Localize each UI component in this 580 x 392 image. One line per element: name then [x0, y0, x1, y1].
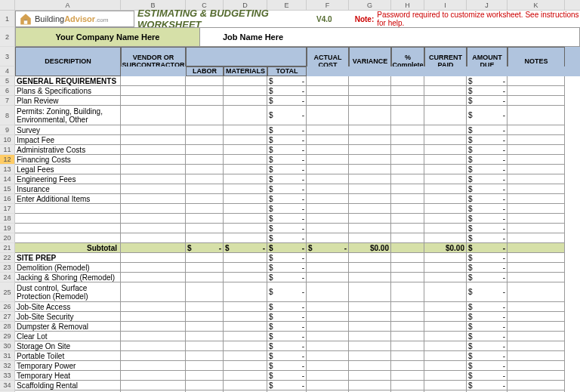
row-number[interactable]: 17 — [0, 204, 15, 214]
cell[interactable] — [349, 341, 391, 351]
money-cell[interactable]: $- — [186, 243, 224, 253]
money-cell[interactable]: $- — [467, 332, 508, 341]
cell[interactable] — [307, 302, 349, 312]
cell[interactable] — [121, 361, 186, 371]
job-name-cell[interactable]: Job Name Here — [200, 27, 580, 47]
cell[interactable] — [349, 351, 391, 361]
cell[interactable] — [391, 322, 424, 332]
cell[interactable] — [508, 224, 565, 233]
cell[interactable] — [349, 76, 391, 86]
cell[interactable] — [391, 371, 424, 381]
row-number[interactable]: 34 — [0, 381, 15, 390]
row-number[interactable]: 26 — [0, 302, 15, 312]
cell[interactable] — [307, 332, 349, 341]
cell[interactable] — [186, 106, 224, 125]
cell[interactable] — [391, 174, 424, 184]
cell[interactable] — [186, 86, 224, 96]
cell[interactable] — [349, 155, 391, 165]
cell[interactable] — [424, 125, 467, 135]
money-cell[interactable]: $- — [467, 106, 508, 125]
cell[interactable] — [121, 371, 186, 381]
cell[interactable] — [307, 96, 349, 106]
cell[interactable] — [349, 381, 391, 390]
cell[interactable] — [121, 174, 186, 184]
description-cell[interactable]: Clear Lot — [15, 332, 121, 341]
cell[interactable] — [508, 322, 565, 332]
cell[interactable] — [349, 214, 391, 224]
cell[interactable] — [391, 76, 424, 86]
cell[interactable] — [391, 194, 424, 204]
description-cell[interactable]: Impact Fee — [15, 135, 121, 145]
cell[interactable] — [424, 224, 467, 233]
cell[interactable] — [349, 194, 391, 204]
cell[interactable] — [391, 361, 424, 371]
cell[interactable] — [121, 224, 186, 233]
cell[interactable] — [307, 145, 349, 155]
description-cell[interactable]: Jacking & Shoring (Remodel) — [15, 273, 121, 282]
cell[interactable] — [186, 155, 224, 165]
cell[interactable] — [424, 371, 467, 381]
cell[interactable] — [186, 263, 224, 273]
cell[interactable] — [424, 253, 467, 263]
cell[interactable] — [508, 312, 565, 322]
money-cell[interactable]: $- — [467, 381, 508, 390]
cell[interactable] — [121, 96, 186, 106]
cell[interactable] — [307, 155, 349, 165]
cell[interactable] — [508, 263, 565, 273]
cell[interactable] — [307, 135, 349, 145]
money-cell[interactable]: $- — [467, 214, 508, 224]
cell[interactable] — [508, 204, 565, 214]
cell[interactable] — [186, 312, 224, 322]
cell[interactable] — [424, 282, 467, 302]
money-cell[interactable]: $- — [267, 282, 307, 302]
row-number[interactable]: 32 — [0, 361, 15, 371]
cell[interactable] — [349, 145, 391, 155]
cell[interactable] — [508, 282, 565, 302]
money-cell[interactable]: $- — [467, 351, 508, 361]
cell[interactable] — [391, 253, 424, 263]
cell[interactable] — [508, 155, 565, 165]
cell[interactable] — [186, 233, 224, 243]
cell[interactable] — [224, 381, 267, 390]
cell[interactable] — [424, 135, 467, 145]
cell[interactable] — [224, 174, 267, 184]
cell[interactable] — [186, 224, 224, 233]
cell[interactable] — [391, 233, 424, 243]
cell[interactable] — [307, 184, 349, 194]
cell[interactable] — [391, 155, 424, 165]
cell[interactable] — [391, 224, 424, 233]
cell[interactable] — [508, 76, 565, 86]
money-cell[interactable]: $- — [267, 341, 307, 351]
cell[interactable] — [224, 371, 267, 381]
cell[interactable] — [424, 322, 467, 332]
cell[interactable] — [121, 302, 186, 312]
cell[interactable] — [186, 165, 224, 174]
money-cell[interactable]: $- — [467, 302, 508, 312]
cell[interactable] — [349, 302, 391, 312]
cell[interactable] — [391, 135, 424, 145]
money-cell[interactable]: $- — [267, 243, 307, 253]
cell[interactable] — [224, 76, 267, 86]
cell[interactable] — [424, 312, 467, 322]
description-cell[interactable]: Job-Site Access — [15, 302, 121, 312]
money-cell[interactable]: $- — [467, 184, 508, 194]
money-cell[interactable]: $- — [467, 135, 508, 145]
cell[interactable] — [186, 125, 224, 135]
section-label[interactable]: SITE PREP — [15, 253, 121, 263]
cell[interactable] — [307, 371, 349, 381]
money-cell[interactable]: $- — [267, 312, 307, 322]
cell[interactable] — [508, 135, 565, 145]
column-letter[interactable]: J — [467, 0, 508, 10]
column-letter[interactable]: F — [307, 0, 349, 10]
money-cell[interactable]: $- — [267, 184, 307, 194]
description-cell[interactable] — [15, 204, 121, 214]
row-number[interactable]: 6 — [0, 86, 15, 96]
cell[interactable] — [508, 233, 565, 243]
cell[interactable] — [224, 145, 267, 155]
description-cell[interactable]: Scaffolding Rental — [15, 381, 121, 390]
cell[interactable] — [391, 145, 424, 155]
cell[interactable] — [307, 125, 349, 135]
cell[interactable] — [349, 204, 391, 214]
description-cell[interactable]: Permits: Zoning, Building, Environmental… — [15, 106, 121, 125]
cell[interactable] — [224, 282, 267, 302]
